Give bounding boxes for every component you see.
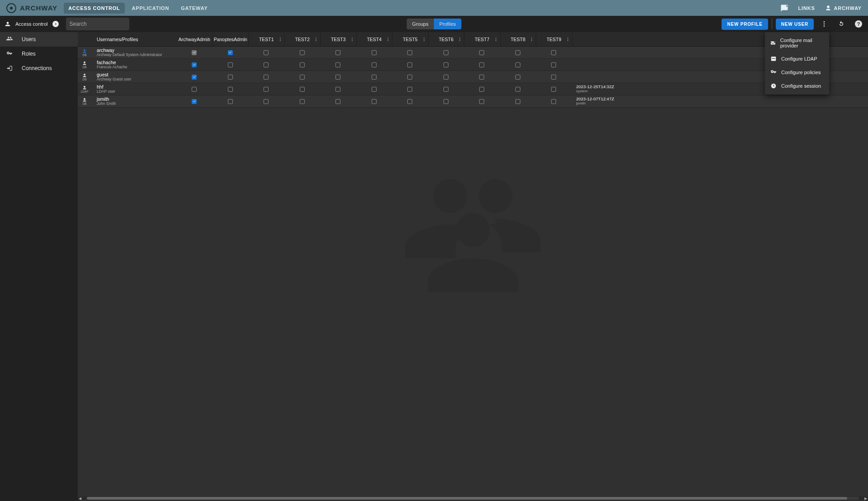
- search-box[interactable]: [66, 18, 129, 30]
- col-menu-icon[interactable]: [458, 37, 462, 42]
- checkbox[interactable]: [515, 50, 520, 55]
- topnav-gateway[interactable]: GATEWAY: [176, 3, 212, 14]
- table-row[interactable]: DBjsmithJohn Smith2023-12-07T12:47Zjsmit…: [78, 95, 868, 108]
- checkbox[interactable]: [479, 75, 484, 80]
- checkbox[interactable]: [335, 62, 340, 67]
- checkbox[interactable]: [551, 75, 556, 80]
- col-menu-icon[interactable]: [242, 37, 246, 42]
- sidebar-item-connections[interactable]: Connections: [0, 61, 78, 76]
- checkbox[interactable]: [515, 99, 520, 104]
- new-profile-button[interactable]: NEW PROFILE: [722, 19, 768, 30]
- checkbox[interactable]: [551, 62, 556, 67]
- table-row[interactable]: LDAPhhfLDAP user2023-12-25T14:32Zsystem: [78, 83, 868, 95]
- checkbox[interactable]: [407, 87, 412, 92]
- checkbox[interactable]: [264, 87, 269, 92]
- col-menu-icon[interactable]: [529, 37, 534, 42]
- checkbox[interactable]: [335, 99, 340, 104]
- col-menu-icon[interactable]: [494, 37, 498, 42]
- checkbox[interactable]: [372, 75, 377, 80]
- user-menu[interactable]: ARCHWAY: [825, 5, 862, 11]
- col-menu-icon[interactable]: [386, 37, 390, 42]
- scroll-thumb[interactable]: [87, 497, 847, 500]
- menu-configure-session[interactable]: Configure session: [765, 79, 829, 93]
- table-row[interactable]: DBarchwayArchway Default System Administ…: [78, 47, 868, 59]
- checkbox[interactable]: [372, 62, 377, 67]
- col-menu-icon[interactable]: [422, 37, 426, 42]
- scroll-right-icon[interactable]: ▶: [863, 496, 868, 501]
- horizontal-scrollbar[interactable]: ◀ ▶: [78, 496, 868, 500]
- checkbox[interactable]: [479, 62, 484, 67]
- checkbox[interactable]: [192, 50, 197, 55]
- checkbox[interactable]: [443, 99, 448, 104]
- help-button[interactable]: ?: [852, 17, 865, 31]
- checkbox[interactable]: [335, 87, 340, 92]
- menu-item-label: Configure session: [781, 83, 821, 89]
- checkbox[interactable]: [479, 99, 484, 104]
- sidebar-item-users[interactable]: Users: [0, 32, 78, 47]
- checkbox[interactable]: [228, 50, 233, 55]
- toggle-profiles[interactable]: Profiles: [434, 19, 462, 29]
- checkbox[interactable]: [192, 75, 197, 80]
- sidebar-item-roles[interactable]: Roles: [0, 47, 78, 61]
- checkbox[interactable]: [407, 75, 412, 80]
- checkbox[interactable]: [551, 50, 556, 55]
- comments-icon[interactable]: [780, 4, 788, 12]
- topnav-application[interactable]: APPLICATION: [127, 3, 174, 14]
- brand[interactable]: ARCHWAY: [6, 3, 57, 13]
- more-button[interactable]: [817, 17, 831, 31]
- col-menu-icon[interactable]: [206, 37, 211, 42]
- checkbox[interactable]: [372, 87, 377, 92]
- menu-configure-ldap[interactable]: Configure LDAP: [765, 52, 829, 66]
- checkbox[interactable]: [300, 99, 305, 104]
- checkbox[interactable]: [264, 50, 269, 55]
- checkbox[interactable]: [443, 75, 448, 80]
- col-menu-icon[interactable]: [314, 37, 318, 42]
- collapse-button[interactable]: [52, 21, 59, 27]
- new-user-button[interactable]: NEW USER: [776, 19, 814, 30]
- checkbox[interactable]: [515, 62, 520, 67]
- checkbox[interactable]: [335, 50, 340, 55]
- checkbox[interactable]: [372, 50, 377, 55]
- checkbox[interactable]: [264, 62, 269, 67]
- col-menu-icon[interactable]: [350, 37, 354, 42]
- checkbox[interactable]: [192, 99, 197, 104]
- checkbox[interactable]: [443, 50, 448, 55]
- checkbox[interactable]: [264, 75, 269, 80]
- checkbox[interactable]: [335, 75, 340, 80]
- col-menu-icon[interactable]: [278, 37, 283, 42]
- checkbox[interactable]: [407, 50, 412, 55]
- topnav-access-control[interactable]: ACCESS CONTROL: [64, 3, 124, 14]
- checkbox[interactable]: [228, 99, 233, 104]
- checkbox[interactable]: [228, 75, 233, 80]
- table-row[interactable]: DBguestArchway Guest user: [78, 71, 868, 83]
- col-menu-icon[interactable]: [566, 37, 570, 42]
- scroll-left-icon[interactable]: ◀: [78, 496, 82, 501]
- checkbox[interactable]: [300, 75, 305, 80]
- checkbox[interactable]: [228, 62, 233, 67]
- checkbox[interactable]: [192, 62, 197, 67]
- checkbox[interactable]: [300, 62, 305, 67]
- checkbox[interactable]: [479, 50, 484, 55]
- table-row[interactable]: DBfachacheFrancois Achache: [78, 59, 868, 71]
- checkbox[interactable]: [551, 87, 556, 92]
- checkbox[interactable]: [443, 62, 448, 67]
- checkbox[interactable]: [192, 87, 197, 92]
- search-input[interactable]: [70, 21, 137, 27]
- checkbox[interactable]: [407, 99, 412, 104]
- checkbox[interactable]: [228, 87, 233, 92]
- checkbox[interactable]: [372, 99, 377, 104]
- menu-configure-mail-provider[interactable]: Configure mail provider: [765, 34, 829, 52]
- links-menu[interactable]: LINKS: [798, 5, 815, 11]
- menu-configure-policies[interactable]: Configure policies: [765, 66, 829, 79]
- checkbox[interactable]: [479, 87, 484, 92]
- checkbox[interactable]: [407, 62, 412, 67]
- checkbox[interactable]: [300, 87, 305, 92]
- checkbox[interactable]: [264, 99, 269, 104]
- toggle-groups[interactable]: Groups: [407, 19, 434, 29]
- checkbox[interactable]: [443, 87, 448, 92]
- refresh-button[interactable]: [835, 17, 848, 31]
- checkbox[interactable]: [515, 75, 520, 80]
- checkbox[interactable]: [515, 87, 520, 92]
- checkbox[interactable]: [551, 99, 556, 104]
- checkbox[interactable]: [300, 50, 305, 55]
